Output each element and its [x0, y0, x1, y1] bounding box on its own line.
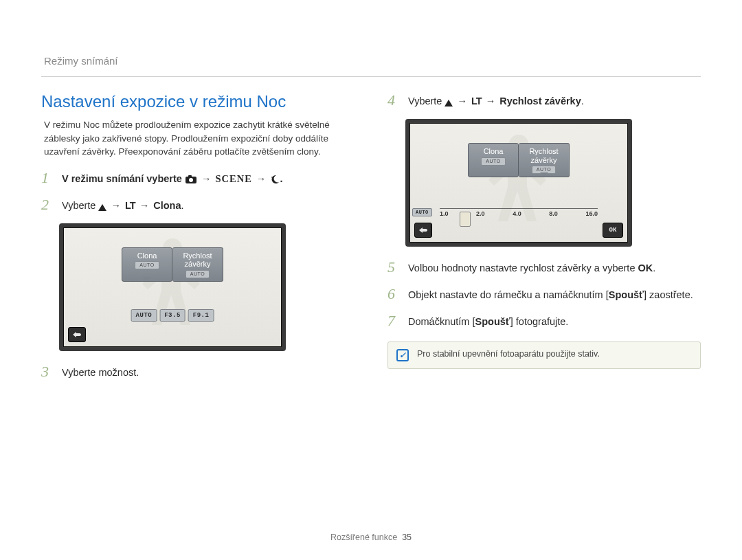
tab-label: závěrky [531, 156, 557, 164]
two-column-layout: Nastavení expozice v režimu Noc V režimu… [41, 92, 701, 390]
steps-left: 1 V režimu snímání vyberte → SCENE → . [41, 170, 355, 214]
tab-aperture[interactable]: Clona AUTO [122, 247, 172, 282]
step-number: 1 [41, 170, 54, 186]
camera-icon [185, 172, 197, 187]
scale-tick: 8.0 [549, 210, 558, 217]
svg-point-2 [189, 178, 193, 182]
scale-tick: 4.0 [513, 210, 521, 217]
page-number: 35 [402, 533, 412, 542]
value-f35[interactable]: F3.5 [159, 309, 186, 322]
manual-page: Režimy snímání Nastavení expozice v reži… [0, 0, 742, 560]
note-text: Pro stabilní upevnění fotoaparátu použij… [417, 349, 600, 359]
step-4: 4 Vyberte → LT → Rychlost závěrky. [387, 92, 701, 109]
tab-shutter[interactable]: Rychlostzávěrky AUTO [519, 143, 570, 177]
up-triangle-icon [98, 199, 106, 214]
step-2-pre: Vyberte [62, 200, 98, 211]
tab-label: Rychlost [183, 251, 212, 260]
lt-glyph: LT [125, 200, 135, 211]
arrow-icon: → [138, 199, 151, 214]
step-number: 7 [387, 313, 400, 329]
value-f91[interactable]: F9.1 [188, 309, 214, 322]
step-7-post: ] fotografujte. [510, 316, 569, 327]
scale-tick: 16.0 [585, 210, 598, 217]
step-6: 6 Objekt nastavte do rámečku a namáčknut… [387, 286, 701, 303]
scene-glyph: SCENE [215, 173, 251, 184]
value-auto[interactable]: AUTO [131, 309, 157, 322]
step-4-bold: Rychlost závěrky [499, 96, 581, 107]
ok-glyph: OK [638, 262, 653, 273]
scale-tick: 1.0 [440, 210, 449, 217]
scale-handle[interactable] [460, 212, 471, 227]
lcd-screenshot-aperture: Clona AUTO Rychlostzávěrky AUTO AUTO F3.… [59, 223, 355, 351]
step-2-bold: Clona [153, 200, 181, 211]
tip-note: ✓ Pro stabilní upevnění fotoaparátu použ… [387, 341, 701, 369]
auto-chip: AUTO [135, 261, 159, 269]
intro-text: V režimu Noc můžete prodloužením expozic… [41, 118, 355, 159]
step-number: 3 [41, 363, 54, 380]
step-number: 5 [387, 259, 400, 276]
step-4-pre: Vyberte [408, 96, 445, 107]
step-number: 4 [387, 92, 400, 109]
up-triangle-icon [445, 94, 453, 109]
aperture-value-bar: AUTO F3.5 F9.1 [131, 309, 214, 322]
step-number: 6 [387, 286, 400, 302]
step-7-pre: Domáčknutím [ [408, 316, 475, 327]
period: . [181, 200, 184, 211]
auto-chip: AUTO [481, 157, 505, 166]
step-6-post: ] zaostřete. [644, 289, 693, 300]
back-button[interactable] [68, 327, 86, 342]
lcd-tab-bar: Clona AUTO Rychlostzávěrky AUTO [122, 247, 223, 282]
page-title: Nastavení expozice v režimu Noc [41, 92, 355, 111]
step-number: 2 [41, 197, 54, 213]
back-button[interactable] [414, 223, 432, 238]
auto-chip: AUTO [532, 166, 556, 174]
column-left: Nastavení expozice v režimu Noc V režimu… [41, 92, 355, 390]
tab-label: závěrky [185, 260, 211, 268]
lcd-tab-bar: Clona AUTO Rychlostzávěrky AUTO [468, 143, 570, 177]
arrow-icon: → [110, 199, 123, 214]
step-2: 2 Vyberte → LT → Clona. [41, 197, 355, 214]
arrow-icon: → [200, 172, 213, 187]
arrow-icon: → [484, 94, 497, 109]
column-right: 4 Vyberte → LT → Rychlost závěrky. [387, 92, 701, 390]
step-6-pre: Objekt nastavte do rámečku a namáčknutím… [408, 289, 609, 300]
section-header: Režimy snímání [41, 55, 701, 67]
step-1-text: V režimu snímání vyberte [62, 173, 185, 184]
svg-rect-1 [188, 175, 192, 177]
footer-label: Rozšířené funkce [330, 533, 397, 542]
back-arrow-icon [418, 226, 428, 234]
tab-aperture[interactable]: Clona AUTO [468, 143, 519, 177]
info-icon: ✓ [396, 349, 409, 361]
step-3-text: Vyberte možnost. [62, 363, 355, 381]
tab-label: Rychlost [529, 147, 558, 155]
lcd-screenshot-shutter: Clona AUTO Rychlostzávěrky AUTO AUTO 1.0 [405, 119, 701, 247]
step-7-bold: Spoušť [475, 316, 510, 327]
steps-right-cont: 5 Volbou hodnoty nastavte rychlost závěr… [387, 259, 701, 329]
auto-chip: AUTO [186, 270, 210, 278]
lt-glyph: LT [471, 96, 482, 107]
tab-shutter[interactable]: Rychlostzávěrky AUTO [172, 247, 223, 282]
ok-button[interactable]: OK [603, 223, 623, 238]
arrow-icon: → [255, 172, 268, 187]
scale-auto-chip: AUTO [412, 208, 432, 216]
arrow-icon: → [456, 94, 469, 109]
step-5: 5 Volbou hodnoty nastavte rychlost závěr… [387, 259, 701, 276]
tab-label: Clona [122, 251, 172, 260]
back-arrow-icon [72, 331, 82, 339]
step-3: 3 Vyberte možnost. [41, 363, 355, 381]
divider [41, 76, 701, 77]
night-icon [270, 172, 280, 187]
steps-right: 4 Vyberte → LT → Rychlost závěrky. [387, 92, 701, 109]
steps-left-cont: 3 Vyberte možnost. [41, 363, 355, 381]
step-5-pre: Volbou hodnoty nastavte rychlost závěrky… [408, 262, 638, 273]
tab-label: Clona [469, 147, 518, 156]
page-footer: Rozšířené funkce 35 [0, 533, 742, 542]
period: . [280, 173, 282, 184]
period: . [581, 96, 584, 107]
scale-tick: 2.0 [476, 210, 485, 217]
step-7: 7 Domáčknutím [Spoušť] fotografujte. [387, 313, 701, 330]
period: . [653, 262, 655, 273]
step-1: 1 V režimu snímání vyberte → SCENE → . [41, 170, 355, 187]
step-6-bold: Spoušť [609, 289, 644, 300]
